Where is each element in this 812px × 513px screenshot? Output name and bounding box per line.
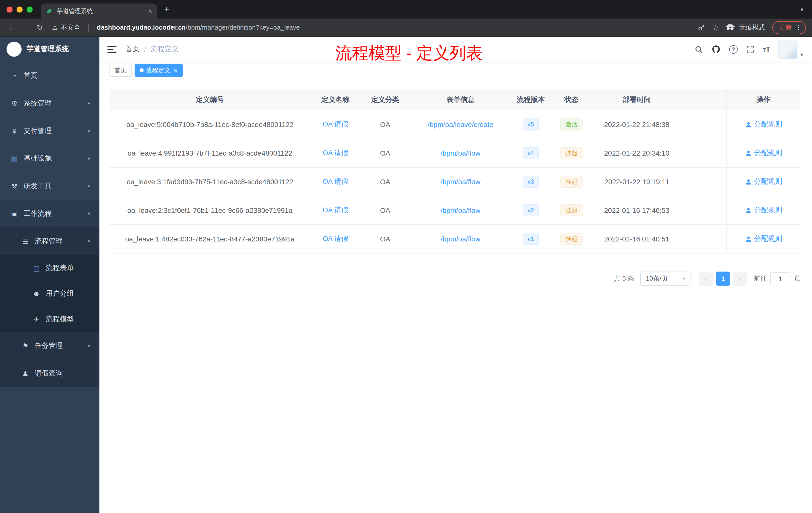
sidebar-item-1[interactable]: ⚙系统管理∨ <box>0 89 99 117</box>
definition-category-cell: OA <box>360 196 410 224</box>
sidebar-item-2[interactable]: ¥支付管理∨ <box>0 117 99 145</box>
status-tag: 挂起 <box>560 233 582 245</box>
assign-rule-link[interactable]: 分配规则 <box>745 120 782 129</box>
sidebar-item-6[interactable]: ☰流程管理∧ <box>0 228 99 255</box>
form-info-cell: /bpm/oa/leave/create <box>410 111 511 139</box>
definition-name-link[interactable]: OA 请假 <box>323 120 348 129</box>
definition-name-link[interactable]: OA 请假 <box>323 149 348 158</box>
definition-name-link[interactable]: OA 请假 <box>323 177 348 186</box>
dashboard-icon: ◔ <box>10 71 19 80</box>
user-menu[interactable]: ▼ <box>778 40 804 59</box>
reload-button[interactable]: ↻ <box>34 23 45 32</box>
definition-category-cell: OA <box>360 225 410 253</box>
close-tab-icon[interactable]: × <box>148 7 152 14</box>
address-bar[interactable]: dashboard.yudao.iocoder.cn/bpm/manager/d… <box>97 24 690 31</box>
font-size-icon[interactable]: TT <box>763 45 771 54</box>
goto-page-input[interactable] <box>770 272 790 285</box>
new-tab-button[interactable]: + <box>164 5 169 13</box>
browser-toolbar: ← → ↻ ⚠ 不安全 dashboard.yudao.iocoder.cn/b… <box>0 19 812 37</box>
security-chip[interactable]: ⚠ 不安全 <box>52 23 80 32</box>
form-info-link[interactable]: /bpm/oa/flow <box>441 206 481 214</box>
page-size-select[interactable]: 10条/页 <box>640 272 691 285</box>
table-row: oa_leave:1:482ec033-762a-11ec-8477-a2380… <box>110 225 801 253</box>
browser-update-button[interactable]: 更新 ⋮ <box>772 21 806 34</box>
sidebar-item-10[interactable]: ⚑任务管理∨ <box>0 332 99 359</box>
search-icon[interactable] <box>695 45 703 54</box>
prev-page-button[interactable]: ‹ <box>699 272 713 285</box>
browser-tab[interactable]: 芋道管理系统 × <box>41 3 157 19</box>
tag-0[interactable]: 首页 <box>110 64 132 77</box>
close-window-button[interactable] <box>6 6 12 12</box>
status-tag: 激活 <box>560 118 582 130</box>
sidebar-item-9[interactable]: ✈流程模型 <box>0 306 99 332</box>
bookmark-star-icon[interactable]: ☆ <box>712 23 719 32</box>
status-tag: 挂起 <box>560 147 582 159</box>
password-key-icon[interactable] <box>697 23 705 31</box>
sidebar-item-3[interactable]: ▦基础设施∨ <box>0 145 99 172</box>
table-row: oa_leave:2:3c1f0ef1-76b1-11ec-9c66-a2380… <box>110 196 801 225</box>
minimize-window-button[interactable] <box>17 6 23 12</box>
definition-id-cell: oa_leave:1:482ec033-762a-11ec-8477-a2380… <box>110 225 310 253</box>
definition-name-link[interactable]: OA 请假 <box>323 206 348 215</box>
question-icon[interactable]: ? <box>729 45 738 54</box>
form-info-link[interactable]: /bpm/oa/flow <box>441 235 481 243</box>
back-button[interactable]: ← <box>6 23 17 32</box>
assign-rule-link[interactable]: 分配规则 <box>745 234 782 243</box>
chevron-down-icon: ∨ <box>87 156 91 161</box>
breadcrumb-current: 流程定义 <box>151 45 179 54</box>
fullscreen-icon[interactable] <box>746 45 754 53</box>
assign-rule-link[interactable]: 分配规则 <box>745 206 782 215</box>
sidebar-item-8[interactable]: ☻用户分组 <box>0 280 99 306</box>
brand-title: 芋道管理系统 <box>27 45 69 54</box>
form-info-link[interactable]: /bpm/oa/leave/create <box>428 120 493 128</box>
sidebar-toggle-icon[interactable] <box>108 46 116 53</box>
sidebar-item-label: 任务管理 <box>35 341 63 350</box>
chevron-down-icon: ▼ <box>800 52 804 59</box>
form-info-link[interactable]: /bpm/oa/flow <box>441 178 481 186</box>
tag-label: 流程定义 <box>146 66 170 74</box>
version-cell: v4 <box>511 139 550 167</box>
browser-menu-icon[interactable]: ⋮ <box>795 24 802 31</box>
assign-rule-label: 分配规则 <box>754 177 782 186</box>
process-model-icon: ✈ <box>32 315 41 323</box>
deploy-time-cell: 2022-01-16 17:46:53 <box>592 196 681 224</box>
column-header: 操作 <box>726 89 801 111</box>
status-cell: 挂起 <box>550 225 592 253</box>
page-annotation: 流程模型 - 定义列表 <box>336 42 483 65</box>
definition-id-cell: oa_leave:3:1fad3d93-7b75-11ec-a3c8-acde4… <box>110 168 310 196</box>
forward-button[interactable]: → <box>20 23 31 32</box>
tab-title: 芋道管理系统 <box>57 7 144 15</box>
browser-tab-strip: 芋道管理系统 × + ∨ <box>0 0 812 19</box>
github-icon[interactable] <box>712 45 721 54</box>
sidebar-item-label: 工作流程 <box>24 209 52 218</box>
breadcrumb-home[interactable]: 首页 <box>125 45 140 54</box>
sidebar: 芋道管理系统 ◔首页⚙系统管理∨¥支付管理∨▦基础设施∨⚒研发工具∨▣工作流程∧… <box>0 37 99 513</box>
status-tag: 挂起 <box>560 204 582 216</box>
tag-1[interactable]: 流程定义× <box>135 64 182 77</box>
sidebar-item-label: 系统管理 <box>24 99 52 108</box>
sidebar-item-7[interactable]: ▥流程表单 <box>0 255 99 280</box>
active-dot-icon <box>140 68 144 72</box>
sidebar-logo[interactable]: 芋道管理系统 <box>0 37 99 62</box>
sidebar-item-4[interactable]: ⚒研发工具∨ <box>0 172 99 200</box>
assign-rule-link[interactable]: 分配规则 <box>745 177 782 186</box>
toolbar-right: ☆ <box>697 23 719 32</box>
incognito-badge: 无痕模式 <box>725 23 765 32</box>
next-page-button[interactable]: › <box>733 272 747 285</box>
sidebar-item-5[interactable]: ▣工作流程∧ <box>0 200 99 228</box>
sidebar-item-11[interactable]: ♟请假查询 <box>0 359 99 387</box>
definition-id-cell: oa_leave:2:3c1f0ef1-76b1-11ec-9c66-a2380… <box>110 196 310 224</box>
definition-name-link[interactable]: OA 请假 <box>323 234 348 243</box>
sidebar-item-0[interactable]: ◔首页 <box>0 62 99 89</box>
page-number-button[interactable]: 1 <box>716 272 730 285</box>
app-window: 芋道管理系统 ◔首页⚙系统管理∨¥支付管理∨▦基础设施∨⚒研发工具∨▣工作流程∧… <box>0 37 812 513</box>
close-icon[interactable]: × <box>174 67 177 73</box>
assign-rule-link[interactable]: 分配规则 <box>745 149 782 158</box>
update-label: 更新 <box>779 23 792 32</box>
zoom-window-button[interactable] <box>27 6 33 12</box>
version-cell: v3 <box>511 168 550 196</box>
tab-search-icon[interactable]: ∨ <box>800 6 804 12</box>
form-info-link[interactable]: /bpm/oa/flow <box>441 149 481 157</box>
table-row: oa_leave:3:1fad3d93-7b75-11ec-a3c8-acde4… <box>110 168 801 196</box>
column-header: 部署时间 <box>592 89 681 111</box>
